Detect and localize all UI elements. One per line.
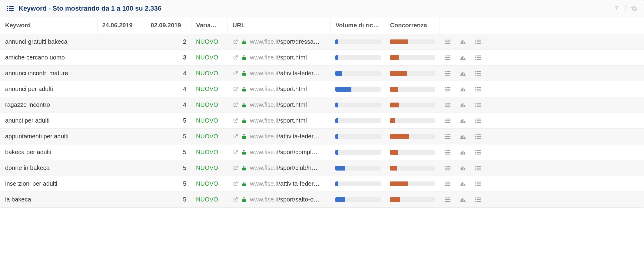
svg-rect-29 [475,55,476,56]
svg-rect-30 [477,55,481,56]
row-chart-icon[interactable] [460,102,466,108]
svg-rect-71 [475,103,476,103]
row-detail-icon[interactable] [444,102,451,108]
row-list-icon[interactable] [475,102,481,108]
cell-variation: NUOVO [191,129,227,144]
col-conc[interactable]: Concorrenza [385,17,440,34]
row-list-icon[interactable] [475,71,481,76]
list-toggle-icon[interactable] [6,5,14,12]
svg-rect-109 [460,154,466,154]
panel-header: Keyword - Sto mostrando da 1 a 100 su 2.… [0,0,644,17]
row-list-icon[interactable] [475,55,481,60]
url-link[interactable]: www.fise.it/sport/compl… [250,149,317,156]
external-link-icon[interactable] [232,86,238,92]
url-link[interactable]: www.fise.it/attivita-feder… [250,70,320,77]
row-detail-icon[interactable] [444,165,451,171]
svg-rect-55 [462,87,463,91]
row-chart-icon[interactable] [460,55,466,60]
col-vol[interactable]: Volume di ric… [330,17,385,34]
col-keyword[interactable]: Keyword [0,17,97,34]
row-list-icon[interactable] [475,118,481,124]
url-link[interactable]: www.fise.it/sport.html [250,86,307,93]
external-link-icon[interactable] [232,181,238,187]
svg-rect-28 [464,58,465,59]
row-chart-icon[interactable] [460,150,466,155]
cell-keyword[interactable]: bakeca per adulti [0,144,97,160]
row-list-icon[interactable] [475,39,481,45]
row-list-icon[interactable] [475,150,481,155]
row-list-icon[interactable] [475,197,481,202]
row-detail-icon[interactable] [444,197,451,202]
row-chart-icon[interactable] [460,71,466,76]
row-detail-icon[interactable] [444,134,451,139]
svg-rect-160 [477,201,481,202]
url-link[interactable]: www.fise.it/attivita-feder… [250,133,320,140]
svg-rect-10 [445,43,450,44]
row-detail-icon[interactable] [444,118,451,124]
row-chart-icon[interactable] [460,39,466,45]
svg-rect-130 [477,168,481,168]
url-link[interactable]: www.fise.it/sport.html [250,101,307,108]
row-list-icon[interactable] [475,134,481,139]
col-url[interactable]: URL [227,17,330,34]
external-link-icon[interactable] [232,102,238,108]
row-chart-icon[interactable] [460,118,466,124]
url-link[interactable]: www.fise.it/sport/club/n… [250,164,317,171]
external-link-icon[interactable] [232,197,238,203]
url-link[interactable]: www.fise.it/sport/salto-o… [250,196,320,203]
col-date2[interactable]: 02.09.2019 [146,17,191,34]
cell-keyword[interactable]: appuntamenti per adulti [0,129,97,144]
cell-keyword[interactable]: donne in bakeca [0,160,97,176]
col-date1[interactable]: 24.06.2019 [97,17,146,34]
cell-variation: NUOVO [191,160,227,176]
cell-actions [440,50,644,66]
row-detail-icon[interactable] [444,150,451,155]
svg-rect-62 [477,90,481,91]
svg-rect-119 [446,166,450,167]
row-detail-icon[interactable] [444,181,451,187]
svg-point-4 [7,10,8,11]
row-detail-icon[interactable] [444,55,451,60]
cell-keyword[interactable]: annunci incontri mature [0,66,97,81]
row-chart-icon[interactable] [460,181,466,187]
row-detail-icon[interactable] [444,86,451,92]
external-link-icon[interactable] [232,39,238,45]
svg-rect-90 [477,122,481,123]
svg-rect-87 [475,120,476,121]
competition-bar [390,87,435,92]
row-chart-icon[interactable] [460,134,466,139]
help-icon[interactable]: ? [613,5,620,12]
table-row: bakeca per adulti5NUOVOwww.fise.it/sport… [0,144,644,160]
url-link[interactable]: www.fise.it/attivita-feder… [250,180,320,187]
external-link-icon[interactable] [232,70,238,76]
url-link[interactable]: www.fise.it/sport/dressa… [250,38,320,45]
external-link-icon[interactable] [232,149,238,155]
row-list-icon[interactable] [475,181,481,187]
cell-keyword[interactable]: la bakeca [0,192,97,208]
row-detail-icon[interactable] [444,39,451,45]
row-list-icon[interactable] [475,165,481,171]
svg-rect-68 [461,104,462,107]
cell-keyword[interactable]: amiche cercano uomo [0,50,97,66]
cell-keyword[interactable]: anunci per adulti [0,113,97,129]
row-chart-icon[interactable] [460,165,466,171]
external-link-icon[interactable] [232,134,238,140]
cell-volume [330,113,385,129]
cell-keyword[interactable]: inserzioni per adulti [0,176,97,192]
row-chart-icon[interactable] [460,86,466,92]
col-varia[interactable]: Varia… [191,17,227,34]
url-link[interactable]: www.fise.it/sport.html [250,54,307,61]
row-list-icon[interactable] [475,86,481,92]
row-detail-icon[interactable] [444,71,451,76]
gear-icon[interactable] [631,5,638,12]
url-link[interactable]: www.fise.it/sport.html [250,117,307,124]
external-link-icon[interactable] [232,165,238,171]
external-link-icon[interactable] [232,118,238,124]
cell-keyword[interactable]: annunci per adulti [0,81,97,97]
svg-rect-144 [477,183,481,184]
row-chart-icon[interactable] [460,197,466,202]
svg-rect-111 [462,151,463,154]
cell-keyword[interactable]: annunci gratuiti bakeca [0,34,97,50]
cell-keyword[interactable]: ragazze incontro [0,97,97,113]
external-link-icon[interactable] [232,55,238,61]
